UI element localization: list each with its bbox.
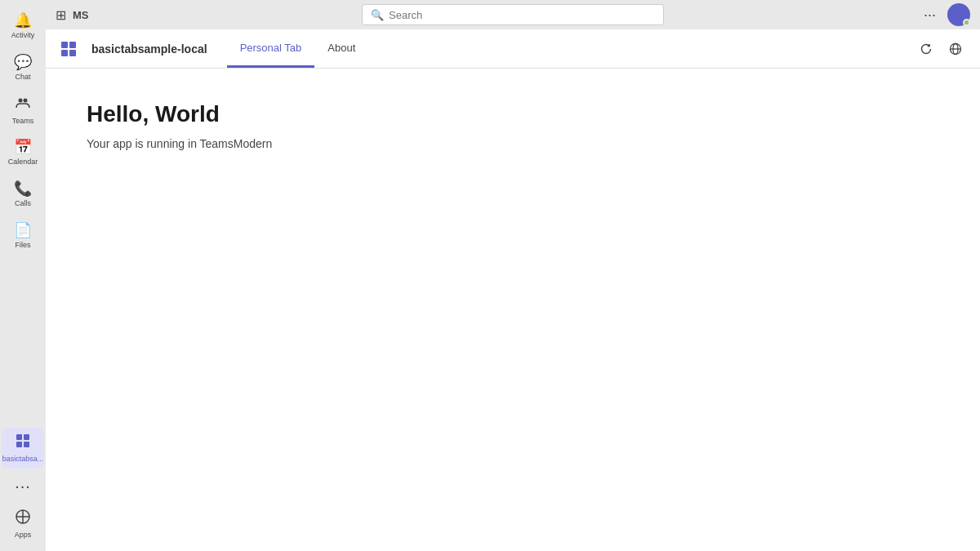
sidebar-label-apps: Apps (15, 531, 32, 540)
sidebar: 🔔 Activity 💬 Chat Teams 📅 Calendar 📞 Cal… (0, 0, 46, 551)
tab-personal[interactable]: Personal Tab (227, 29, 315, 68)
more-options-button[interactable]: ··· (919, 5, 941, 25)
globe-button[interactable] (944, 38, 967, 60)
sidebar-label-teams: Teams (12, 117, 34, 126)
ms-label: MS (73, 9, 89, 21)
sidebar-item-teams[interactable]: Teams (2, 90, 44, 131)
sidebar-item-calendar[interactable]: 📅 Calendar (2, 133, 44, 171)
main-content: basictabsample-local Personal Tab About (46, 29, 980, 551)
calls-icon: 📞 (14, 180, 32, 198)
svg-rect-11 (61, 50, 68, 56)
svg-rect-5 (24, 442, 29, 447)
search-input[interactable] (389, 9, 655, 21)
svg-rect-12 (69, 50, 76, 56)
page-title: Hello, World (87, 101, 939, 127)
sidebar-item-activity[interactable]: 🔔 Activity (2, 7, 44, 45)
sidebar-item-more[interactable]: ··· (2, 472, 44, 500)
activity-icon: 🔔 (14, 11, 32, 29)
topbar-right: ··· (919, 3, 970, 26)
app-header: basictabsample-local Personal Tab About (46, 29, 980, 69)
svg-rect-10 (69, 42, 76, 48)
app-header-right (915, 38, 967, 60)
svg-point-1 (24, 98, 28, 102)
sidebar-label-calendar: Calendar (8, 158, 38, 167)
sidebar-item-chat[interactable]: 💬 Chat (2, 48, 44, 87)
app-icon (59, 39, 78, 59)
files-icon: 📄 (14, 221, 32, 239)
topbar: ⊞ MS 🔍 ··· (46, 0, 980, 29)
sidebar-label-chat: Chat (15, 73, 30, 82)
app-title: basictabsample-local (91, 42, 207, 56)
sidebar-item-apps[interactable]: Apps (2, 504, 44, 544)
tab-about[interactable]: About (314, 29, 368, 68)
tab-about-label: About (327, 42, 355, 54)
search-icon: 🔍 (371, 9, 384, 21)
svg-rect-3 (24, 434, 29, 440)
sidebar-label-activity: Activity (11, 31, 35, 40)
sidebar-item-calls[interactable]: 📞 Calls (2, 175, 44, 213)
sidebar-label-files: Files (15, 241, 30, 250)
svg-rect-4 (16, 442, 22, 447)
refresh-button[interactable] (915, 38, 938, 60)
presence-dot (963, 19, 970, 26)
svg-rect-2 (16, 434, 22, 440)
tab-personal-label: Personal Tab (240, 42, 302, 54)
sidebar-item-files[interactable]: 📄 Files (2, 216, 44, 255)
grid-icon[interactable]: ⊞ (56, 7, 66, 23)
svg-rect-9 (61, 42, 68, 48)
topbar-left: ⊞ MS (56, 7, 89, 23)
calendar-icon: 📅 (14, 138, 32, 156)
sidebar-label-calls: Calls (15, 199, 31, 208)
page-content: Hello, World Your app is running in Team… (46, 69, 980, 183)
teams-icon (15, 95, 31, 115)
sidebar-label-basictab: basictabsa... (2, 455, 44, 464)
svg-point-0 (19, 98, 23, 102)
basictab-icon (15, 433, 31, 453)
page-subtitle: Your app is running in TeamsModern (87, 137, 939, 150)
search-bar[interactable]: 🔍 (362, 4, 664, 25)
avatar[interactable] (947, 3, 970, 26)
chat-icon: 💬 (14, 53, 32, 71)
sidebar-item-basictab[interactable]: basictabsa... (2, 428, 44, 469)
apps-icon (15, 509, 31, 529)
app-tabs: Personal Tab About (227, 29, 369, 68)
more-icon: ··· (15, 477, 31, 495)
